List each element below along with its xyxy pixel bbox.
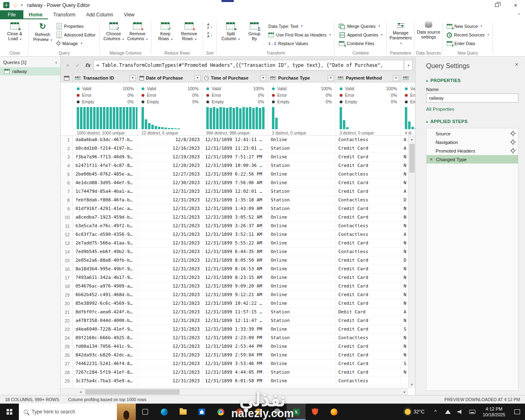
row-number[interactable]: 8 <box>61 196 73 204</box>
filter-dropdown-icon[interactable]: ▾ <box>130 75 136 81</box>
cell-date-of-purchase[interactable]: 12/31/2023 <box>138 231 203 239</box>
cell-time-of-purchase[interactable]: 12/31/1899 6:01:58 PM <box>203 377 268 385</box>
cell-time-of-purchase[interactable]: 12/31/1899 5:55:22 AM <box>203 239 268 247</box>
delete-step-icon[interactable]: × <box>430 157 433 162</box>
sort-za-button[interactable]: ZA↓ <box>206 31 214 39</box>
close-window-button[interactable]: × <box>506 0 525 10</box>
horizontal-scrollbar[interactable]: ◂ ▸ <box>61 388 408 395</box>
data-type-text-button[interactable]: Data Type: Text▾ <box>267 23 332 30</box>
cell-transaction-id[interactable]: 7ed9b545-eb6f-49b2-9… <box>73 248 138 256</box>
cell-date-of-purchase[interactable]: 12/31/2023 <box>138 291 203 299</box>
restore-window-button[interactable] <box>487 0 506 10</box>
cell-payment-method[interactable]: Credit Card <box>336 213 401 221</box>
keyboard-tray-icon[interactable] <box>466 404 479 420</box>
cell-transaction-id[interactable]: 7267c284-5f19-41ef-8… <box>73 368 138 377</box>
applied-steps-section-header[interactable]: ▴ APPLIED STEPS <box>426 119 518 124</box>
taskbar-store-button[interactable] <box>192 404 211 420</box>
cell-date-of-purchase[interactable]: 12/31/2023 <box>138 351 203 359</box>
column-header-date-of-purchase[interactable]: Date of Purchase▾ <box>138 74 203 82</box>
group-by-button[interactable]: GroupBy <box>242 21 266 41</box>
cell-purchase-type[interactable]: Online <box>268 136 336 144</box>
row-number[interactable]: 26 <box>61 351 73 359</box>
network-tray-icon[interactable] <box>442 404 454 420</box>
cell-date-of-purchase[interactable]: 12/31/2023 <box>138 299 203 308</box>
cell-transaction-id[interactable]: 3c375a4c-7ba3-45e9-a… <box>73 377 138 385</box>
taskbar-app-red-button[interactable] <box>230 404 249 420</box>
cell-purchase-type[interactable]: Online <box>268 342 336 351</box>
manage-parameters-button[interactable]: ManageParameters ▾ <box>389 21 413 46</box>
cell-purchase-type[interactable]: Online <box>268 282 336 290</box>
vertical-scroll-thumb[interactable] <box>409 144 415 173</box>
taskbar-brave-button[interactable] <box>306 404 324 420</box>
row-number[interactable]: 2 <box>61 144 73 153</box>
use-first-row-as-headers-button[interactable]: Use First Row as Headers▾ <box>267 31 332 39</box>
cell-date-of-purchase[interactable]: 12/20/2023 <box>138 162 203 170</box>
cell-time-of-purchase[interactable]: 12/31/1899 7:56:06 AM <box>203 179 268 187</box>
cell-purchase-type[interactable]: Station <box>268 368 336 377</box>
scroll-down-icon[interactable]: ▾ <box>409 381 415 388</box>
collapse-ribbon-icon[interactable]: ^ <box>518 12 520 17</box>
cell-payment-method[interactable]: Credit Card <box>336 360 401 368</box>
search-highlight-image[interactable] <box>117 404 136 420</box>
row-number[interactable]: 20 <box>61 299 73 308</box>
cell-transaction-id[interactable]: 01df916f-4291-41ec-a… <box>73 205 138 213</box>
cell-payment-method[interactable]: Credit Card <box>336 205 401 213</box>
taskbar-firefox-button[interactable] <box>324 404 343 420</box>
cell-date-of-purchase[interactable]: 12/19/2023 <box>138 153 203 161</box>
cell-payment-method[interactable]: Credit Card <box>336 368 401 377</box>
cell-purchase-type[interactable]: Station <box>268 317 336 325</box>
row-number[interactable]: 25 <box>61 342 73 351</box>
query-name-input[interactable] <box>426 94 518 103</box>
cell-payment-method[interactable]: Credit Card <box>336 282 401 290</box>
cell-payment-method[interactable]: Debit Card <box>336 308 401 316</box>
row-number[interactable]: 19 <box>61 291 73 299</box>
cell-payment-method[interactable]: Credit Card <box>336 342 401 351</box>
row-number[interactable]: 6 <box>61 179 73 187</box>
applied-step-navigation[interactable]: Navigation <box>427 138 518 146</box>
cell-payment-method[interactable]: Credit Card <box>336 153 401 161</box>
cell-purchase-type[interactable]: Online <box>268 299 336 308</box>
start-button[interactable] <box>0 404 19 420</box>
applied-step-promoted-headers[interactable]: Promoted Headers <box>427 146 518 155</box>
cell-purchase-type[interactable]: Online <box>268 170 336 178</box>
cell-time-of-purchase[interactable]: 12/31/1899 12:41:11 … <box>203 136 268 144</box>
cell-payment-method[interactable]: Credit Card <box>336 239 401 247</box>
cell-time-of-purchase[interactable]: 12/31/1899 8:16:53 AM <box>203 265 268 273</box>
row-number[interactable]: 5 <box>61 170 73 178</box>
filter-dropdown-icon[interactable]: ▾ <box>260 75 266 81</box>
filter-dropdown-icon[interactable]: ▾ <box>393 75 399 81</box>
advanced-editor-button[interactable]: Advanced Editor <box>55 31 97 39</box>
vertical-scrollbar[interactable]: ▴ ▾ <box>408 136 415 388</box>
row-number[interactable]: 16 <box>61 265 73 273</box>
row-number[interactable]: 9 <box>61 205 73 213</box>
cell-date-of-purchase[interactable]: 12/31/2023 <box>138 265 203 273</box>
cell-payment-method[interactable]: Credit Card <box>336 144 401 153</box>
cell-date-of-purchase[interactable]: 12/31/2023 <box>138 248 203 256</box>
query-item-railway[interactable]: railway <box>0 67 60 75</box>
cell-transaction-id[interactable]: da8a6ba8-b3dc-4677-b… <box>73 136 138 144</box>
properties-section-header[interactable]: ▴ PROPERTIES <box>426 78 518 83</box>
smiley-feedback-icon[interactable]: ☺ <box>12 2 18 8</box>
cell-payment-method[interactable]: Contactless <box>336 377 401 385</box>
cell-time-of-purchase[interactable]: 12/31/1899 1:35:18 AM <box>203 196 268 204</box>
cell-transaction-id[interactable]: 6c63f7ac-d590-4356-9… <box>73 231 138 239</box>
filter-dropdown-icon[interactable]: ▾ <box>194 75 201 81</box>
taskbar-app-amber-button[interactable] <box>249 404 268 420</box>
cell-purchase-type[interactable]: Online <box>268 248 336 256</box>
applied-step-changed-type[interactable]: ×Changed Type <box>427 155 518 164</box>
scroll-left-icon[interactable]: ◂ <box>77 388 84 395</box>
cell-date-of-purchase[interactable]: 12/31/2023 <box>138 360 203 368</box>
cell-payment-method[interactable]: Credit Card <box>336 317 401 325</box>
cell-date-of-purchase[interactable]: 12/31/2023 <box>138 308 203 316</box>
cell-transaction-id[interactable]: b3e5ca7d-e76c-49f2-b… <box>73 222 138 230</box>
cell-purchase-type[interactable]: Online <box>268 351 336 359</box>
cell-date-of-purchase[interactable]: 12/27/2023 <box>138 170 203 178</box>
cell-transaction-id[interactable]: 89f2160c-666b-4925-8… <box>73 334 138 342</box>
cell-transaction-id[interactable]: d4ea6940-7228-41ef-9… <box>73 325 138 333</box>
show-hidden-icons-button[interactable]: ^ <box>429 404 442 420</box>
value-distribution-histogram[interactable] <box>340 107 397 129</box>
cell-transaction-id[interactable]: 85e38992-6c6c-4569-9… <box>73 299 138 308</box>
cell-time-of-purchase[interactable]: 12/31/1899 9:09:20 AM <box>203 282 268 290</box>
cell-time-of-purchase[interactable]: 12/31/1899 4:44:05 PM <box>203 368 268 377</box>
cell-payment-method[interactable]: Credit Card <box>336 299 401 308</box>
